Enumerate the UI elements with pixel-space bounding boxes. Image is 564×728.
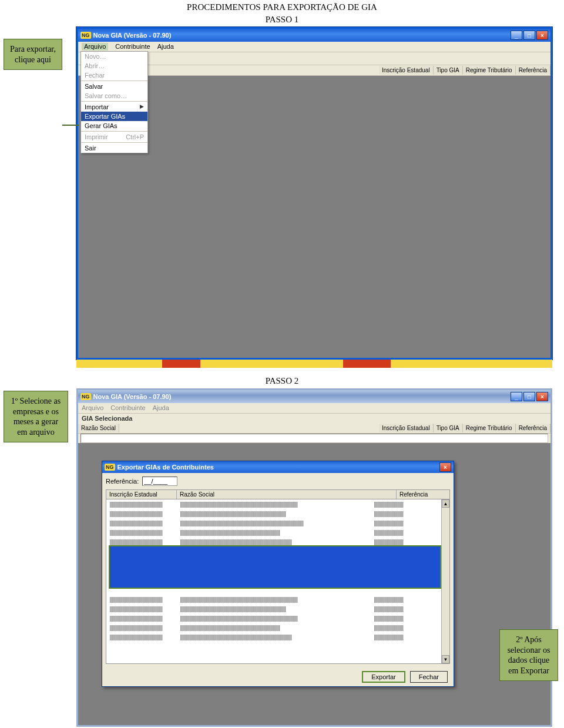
mi-exportar[interactable]: Exportar GIAs bbox=[81, 112, 147, 121]
dialog-close-button[interactable]: × bbox=[439, 462, 451, 472]
columns-2: Razão Social Inscrição Estadual Tipo GIA… bbox=[78, 423, 550, 434]
grid-selection-highlight bbox=[109, 545, 441, 589]
app-icon-3: NG bbox=[105, 464, 115, 471]
table-row[interactable] bbox=[106, 633, 449, 642]
titlebar-1: NG Nova GIA (Versão - 07.90) _ □ × bbox=[78, 29, 550, 42]
referencia-label: Referência: bbox=[106, 478, 139, 485]
window-title-1: Nova GIA (Versão - 07.90) bbox=[93, 32, 172, 39]
dialog-grid-body[interactable]: ▲ ▼ bbox=[106, 499, 450, 664]
table-row[interactable] bbox=[106, 624, 449, 632]
gh-inscricao: Inscrição Estadual bbox=[106, 490, 177, 499]
table-row[interactable] bbox=[106, 615, 449, 623]
table-row[interactable] bbox=[106, 501, 449, 509]
callout-step2a: 1º Selecione as empresas e os meses a ge… bbox=[4, 391, 68, 442]
col-referencia: Referência bbox=[516, 66, 550, 75]
columns-1: Inscrição Estadual Tipo GIA Regime Tribu… bbox=[78, 65, 550, 76]
callout-step2b: 2º Após selecionar os dados clique em Ex… bbox=[499, 629, 558, 681]
exportar-button[interactable]: Exportar bbox=[362, 671, 405, 683]
gh-referencia: Referência bbox=[397, 490, 449, 499]
menu-contribuinte-2[interactable]: Contribuinte bbox=[110, 404, 145, 412]
step-2-label: PASSO 2 bbox=[0, 374, 564, 388]
mi-sair[interactable]: Sair bbox=[81, 143, 147, 153]
dialog-exportar-gias: NG Exportar GIAs de Contribuintes × Refe… bbox=[102, 461, 454, 687]
minimize-button-2[interactable]: _ bbox=[511, 392, 522, 401]
step-1-label: PASSO 1 bbox=[0, 14, 564, 27]
menubar-2: Arquivo Contribuinte Ajuda bbox=[78, 403, 550, 414]
scroll-up-icon[interactable]: ▲ bbox=[442, 499, 449, 508]
mi-salvar[interactable]: Salvar bbox=[81, 82, 147, 91]
menu-arquivo-2[interactable]: Arquivo bbox=[82, 404, 103, 412]
doc-title: PROCEDIMENTOS PARA EXPORTAÇÃO DE GIA bbox=[0, 0, 564, 14]
col-inscricao-2: Inscrição Estadual bbox=[379, 424, 434, 432]
titlebar-2: NG Nova GIA (Versão - 07.90) _ □ × bbox=[78, 390, 550, 403]
close-button-2[interactable]: × bbox=[536, 392, 548, 401]
table-row[interactable] bbox=[106, 596, 449, 604]
scroll-down-icon[interactable]: ▼ bbox=[442, 655, 449, 663]
col-inscricao: Inscrição Estadual bbox=[379, 66, 434, 75]
table-row[interactable] bbox=[106, 605, 449, 613]
mi-importar[interactable]: Importar▶ bbox=[81, 102, 147, 112]
close-button[interactable]: × bbox=[536, 31, 548, 40]
mi-salvarcomo[interactable]: Salvar como… bbox=[81, 91, 147, 100]
dialog-titlebar: NG Exportar GIAs de Contribuintes × bbox=[102, 461, 454, 473]
client-area-1 bbox=[78, 76, 550, 358]
window-nova-gia-1: NG Nova GIA (Versão - 07.90) _ □ × Arqui… bbox=[76, 27, 552, 360]
col-tipo-2: Tipo GIA bbox=[434, 424, 463, 432]
menubar-1: Arquivo Contribuinte Ajuda bbox=[78, 42, 550, 52]
col-tipo: Tipo GIA bbox=[434, 66, 463, 75]
scrollbar[interactable]: ▲ ▼ bbox=[441, 499, 449, 663]
window-title-2: Nova GIA (Versão - 07.90) bbox=[93, 393, 172, 400]
toolbar-1 bbox=[78, 52, 550, 65]
minimize-button[interactable]: _ bbox=[511, 31, 522, 40]
referencia-row: Referência: bbox=[102, 473, 454, 489]
referencia-input[interactable] bbox=[142, 477, 177, 486]
window-nova-gia-2: NG Nova GIA (Versão - 07.90) _ □ × Arqui… bbox=[76, 388, 552, 727]
app-icon: NG bbox=[80, 32, 91, 39]
decorative-strip-1 bbox=[76, 360, 552, 368]
submenu-arrow-icon: ▶ bbox=[140, 103, 144, 110]
row-razao-label: Razão Social bbox=[78, 424, 119, 432]
menu-ajuda[interactable]: Ajuda bbox=[157, 43, 174, 51]
mi-gerar[interactable]: Gerar GIAs bbox=[81, 121, 147, 130]
callout-line-1 bbox=[62, 125, 79, 126]
col-regime: Regime Tributário bbox=[463, 66, 516, 75]
mi-imprimir[interactable]: ImprimirCtrl+P bbox=[81, 132, 147, 142]
col-regime-2: Regime Tributário bbox=[463, 424, 516, 432]
table-row[interactable] bbox=[106, 529, 449, 537]
col-referencia-2: Referência bbox=[516, 424, 550, 432]
arquivo-dropdown: Novo… Abrir… Fechar Salvar Salvar como… … bbox=[80, 51, 148, 153]
menu-contribuinte[interactable]: Contribuinte bbox=[115, 43, 150, 51]
maximize-button[interactable]: □ bbox=[523, 31, 535, 40]
menu-ajuda-2[interactable]: Ajuda bbox=[153, 404, 169, 412]
menu-arquivo[interactable]: Arquivo bbox=[82, 43, 108, 51]
dialog-title: Exportar GIAs de Contribuintes bbox=[118, 464, 214, 471]
maximize-button-2[interactable]: □ bbox=[523, 392, 535, 401]
app-icon-2: NG bbox=[80, 393, 91, 400]
mi-abrir[interactable]: Abrir… bbox=[81, 61, 147, 71]
client-area-2: NG Exportar GIAs de Contribuintes × Refe… bbox=[78, 443, 550, 725]
dialog-button-row: Exportar Fechar bbox=[102, 667, 454, 686]
callout-step1: Para exportar, clique aqui bbox=[4, 39, 62, 70]
mi-novo[interactable]: Novo… bbox=[81, 52, 147, 61]
dialog-grid-header: Inscrição Estadual Razão Social Referênc… bbox=[106, 489, 450, 499]
fechar-button[interactable]: Fechar bbox=[410, 671, 448, 683]
gia-selecionada-label: GIA Selecionada bbox=[78, 414, 550, 423]
mi-fechar[interactable]: Fechar bbox=[81, 71, 147, 80]
row-strip-2 bbox=[80, 434, 548, 443]
gh-razao: Razão Social bbox=[177, 490, 397, 499]
table-row[interactable] bbox=[106, 519, 449, 528]
table-row[interactable] bbox=[106, 510, 449, 518]
